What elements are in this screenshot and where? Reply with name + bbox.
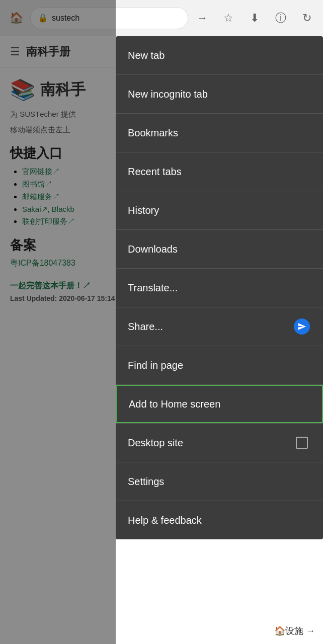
dropdown-menu: New tab New incognito tab Bookmarks Rece… <box>116 36 323 539</box>
menu-item-share-label: Share... <box>128 321 163 333</box>
menu-item-history[interactable]: History <box>116 191 323 229</box>
bookmark-icon: ☆ <box>223 12 233 25</box>
menu-item-settings[interactable]: Settings <box>116 462 323 501</box>
menu-item-desktop-site[interactable]: Desktop site <box>116 424 323 462</box>
menu-item-downloads-label: Downloads <box>128 244 178 255</box>
refresh-icon: ↻ <box>302 12 311 25</box>
menu-item-settings-label: Settings <box>128 476 164 488</box>
menu-item-bookmarks-label: Bookmarks <box>128 127 178 139</box>
share-circle-icon <box>294 318 310 335</box>
menu-item-share[interactable]: Share... <box>116 307 323 346</box>
menu-item-incognito-label: New incognito tab <box>128 89 208 100</box>
bottom-bar: 🏠设施 → <box>232 618 323 644</box>
menu-item-help-feedback-label: Help & feedback <box>128 515 202 526</box>
bottom-bar-text: 🏠设施 → <box>274 625 315 637</box>
menu-item-find-in-page[interactable]: Find in page <box>116 346 323 384</box>
share-icon <box>293 317 311 336</box>
info-icon: ⓘ <box>275 11 286 26</box>
info-button[interactable]: ⓘ <box>269 6 293 30</box>
overlay-backdrop[interactable] <box>0 0 116 644</box>
menu-item-find-in-page-label: Find in page <box>128 360 183 371</box>
menu-item-add-to-home[interactable]: Add to Home screen <box>116 385 323 423</box>
menu-item-downloads[interactable]: Downloads <box>116 230 323 268</box>
forward-icon: → <box>197 12 208 25</box>
desktop-site-checkbox-icon <box>293 434 311 452</box>
menu-item-desktop-site-label: Desktop site <box>128 437 183 449</box>
menu-item-new-tab[interactable]: New tab <box>116 36 323 74</box>
download-icon: ⬇ <box>250 12 259 25</box>
menu-item-history-label: History <box>128 205 159 216</box>
menu-item-incognito[interactable]: New incognito tab <box>116 75 323 113</box>
menu-item-add-to-home-label: Add to Home screen <box>129 398 220 410</box>
bookmark-button[interactable]: ☆ <box>216 6 240 30</box>
menu-item-recent-tabs[interactable]: Recent tabs <box>116 152 323 191</box>
menu-item-new-tab-label: New tab <box>128 50 165 61</box>
menu-item-translate[interactable]: Translate... <box>116 269 323 307</box>
menu-item-recent-tabs-label: Recent tabs <box>128 166 182 178</box>
menu-item-translate-label: Translate... <box>128 282 178 294</box>
refresh-button[interactable]: ↻ <box>295 6 319 30</box>
checkbox-icon <box>296 437 308 449</box>
download-button[interactable]: ⬇ <box>243 6 267 30</box>
forward-button[interactable]: → <box>190 6 214 30</box>
menu-item-help-feedback[interactable]: Help & feedback <box>116 501 323 539</box>
menu-item-bookmarks[interactable]: Bookmarks <box>116 114 323 152</box>
